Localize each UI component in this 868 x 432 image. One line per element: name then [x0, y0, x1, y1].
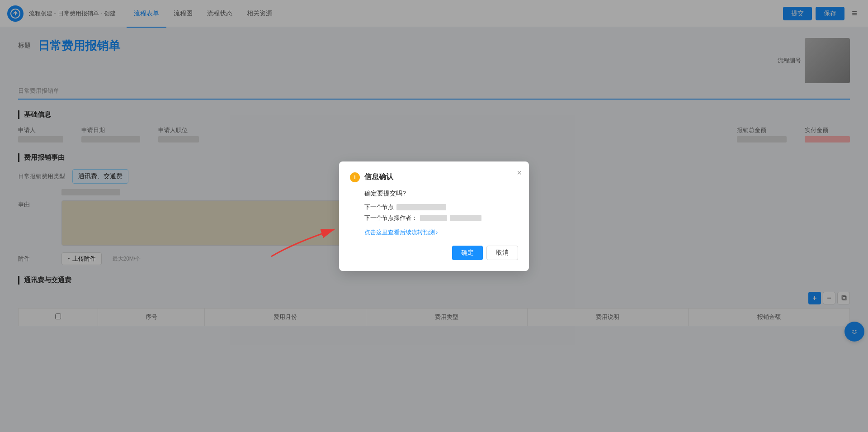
next-operator-label: 下一个节点操作者：: [364, 214, 417, 222]
dialog-title: 信息确认: [364, 172, 393, 182]
flow-preview-link[interactable]: 点击这里查看后续流转预测 ›: [364, 228, 438, 237]
modal-overlay: i 信息确认 × 确定要提交吗? 下一个节点 下一个节点操作者： 点击这里查看后…: [0, 0, 868, 432]
dialog-close-button[interactable]: ×: [517, 169, 522, 177]
arrow-annotation: [258, 216, 357, 262]
dialog-question: 确定要提交吗?: [364, 190, 518, 198]
dialog-footer: 确定 取消: [350, 246, 518, 260]
next-operator-row: 下一个节点操作者：: [364, 214, 518, 222]
next-operator-value1: [420, 215, 447, 221]
info-icon: i: [350, 172, 360, 182]
next-node-label: 下一个节点: [364, 203, 394, 211]
cancel-button[interactable]: 取消: [486, 246, 518, 260]
next-operator-value2: [450, 215, 481, 221]
confirm-button[interactable]: 确定: [452, 246, 483, 260]
next-node-value: [396, 204, 446, 210]
dialog-header: i 信息确认: [350, 172, 518, 182]
next-node-row: 下一个节点: [364, 203, 518, 211]
confirm-dialog: i 信息确认 × 确定要提交吗? 下一个节点 下一个节点操作者： 点击这里查看后…: [339, 161, 529, 271]
arrow-right-icon: ›: [436, 229, 438, 236]
flow-preview-link-text: 点击这里查看后续流转预测: [364, 228, 435, 237]
dialog-content: 确定要提交吗? 下一个节点 下一个节点操作者： 点击这里查看后续流转预测 ›: [350, 190, 518, 237]
